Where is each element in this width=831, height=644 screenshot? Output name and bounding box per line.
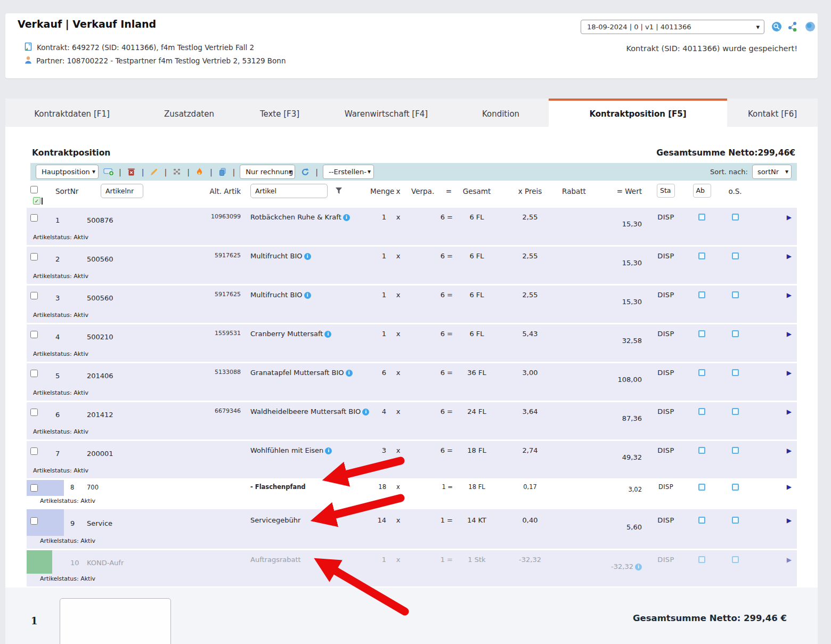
search-icon[interactable]	[771, 21, 782, 32]
artikelnr-filter-input[interactable]	[101, 184, 143, 198]
disposition-checkbox[interactable]	[698, 447, 705, 454]
os-checkbox[interactable]	[732, 291, 739, 298]
tab-kontakt[interactable]: Kontakt [F6]	[727, 99, 818, 127]
tab-kontraktposition[interactable]: Kontraktposition [F5]	[549, 99, 727, 127]
create-select[interactable]: --Erstellen-	[323, 165, 374, 179]
saved-message: Kontrakt (SID: 4011366) wurde gespeicher…	[626, 44, 797, 53]
row-checkbox[interactable]	[30, 370, 38, 377]
row-checkbox[interactable]	[30, 517, 38, 525]
globe-icon[interactable]	[805, 21, 816, 32]
os-checkbox[interactable]	[732, 252, 739, 259]
expand-arrow-icon[interactable]	[787, 483, 792, 491]
row-menge: 18	[370, 483, 386, 496]
chevron-down-icon: ▾	[756, 20, 760, 34]
flame-button[interactable]	[194, 167, 205, 177]
expand-arrow-icon[interactable]	[787, 214, 792, 221]
add-position-button[interactable]	[103, 167, 114, 177]
row-checkbox[interactable]	[30, 409, 38, 416]
disposition-checkbox[interactable]	[698, 291, 705, 298]
info-icon[interactable]	[304, 253, 311, 260]
os-checkbox[interactable]	[732, 369, 739, 376]
expand-arrow-icon[interactable]	[787, 556, 792, 564]
cursor-bar	[42, 198, 43, 205]
row-x: x	[386, 330, 410, 349]
page-number[interactable]: 1	[31, 615, 38, 626]
delete-button[interactable]	[126, 167, 137, 177]
header-sortnr[interactable]: SortNr	[53, 183, 80, 208]
info-icon[interactable]	[346, 370, 353, 377]
disposition-checkbox[interactable]	[698, 484, 705, 491]
table-row: 4 500210 1559531 Cranberry Muttersaft 1 …	[27, 324, 797, 362]
expand-arrow-icon[interactable]	[787, 291, 792, 299]
os-checkbox[interactable]	[732, 447, 739, 454]
version-select[interactable]: 18-09-2024 | 0 | v1 | 4011366 ▾	[581, 20, 764, 34]
share-icon[interactable]	[787, 21, 798, 32]
os-checkbox[interactable]	[732, 214, 739, 221]
os-checkbox[interactable]	[732, 408, 739, 415]
disposition-checkbox[interactable]	[698, 556, 705, 563]
row-verpackung: 6 =	[410, 213, 453, 232]
checked-checkbox-icon[interactable]	[33, 197, 40, 205]
refresh-icon[interactable]	[300, 167, 311, 177]
os-checkbox[interactable]	[732, 556, 739, 563]
row-verpackung: 1 =	[410, 483, 453, 496]
expand-arrow-icon[interactable]	[787, 447, 792, 454]
sort-select[interactable]: sortNr	[752, 165, 792, 179]
table-row: 1 500876 10963099 Rotbäckchen Ruhe & Kra…	[27, 208, 797, 245]
row-preis: 0,17	[501, 483, 559, 496]
status-filter-select[interactable]: Sta	[657, 184, 675, 198]
info-icon[interactable]	[304, 292, 311, 299]
row-checkbox[interactable]	[30, 253, 38, 260]
row-preis: 2,55	[501, 213, 559, 232]
row-disposition-status: DISP	[642, 330, 690, 349]
expand-arrow-icon[interactable]	[787, 408, 792, 415]
row-rabatt	[559, 291, 589, 310]
expand-arrow-icon[interactable]	[787, 369, 792, 377]
notes-box[interactable]	[60, 598, 171, 644]
tab-zusatzdaten[interactable]: Zusatzdaten	[138, 99, 240, 127]
expand-arrow-icon[interactable]	[787, 252, 792, 260]
row-checkbox[interactable]	[30, 292, 38, 299]
finish-flag-button[interactable]	[172, 167, 182, 177]
disposition-checkbox[interactable]	[698, 214, 705, 221]
row-checkbox[interactable]	[30, 214, 38, 222]
tab-kondition[interactable]: Kondition	[453, 99, 549, 127]
disposition-checkbox[interactable]	[698, 517, 705, 524]
artikel-filter-input[interactable]	[250, 184, 328, 198]
tab-warenwirtschaft[interactable]: Warenwirtschaft [F4]	[320, 99, 453, 127]
invoice-filter-select[interactable]: Nur rechnung	[240, 165, 295, 179]
os-checkbox[interactable]	[732, 517, 739, 524]
info-icon[interactable]	[324, 331, 331, 338]
os-checkbox[interactable]	[732, 484, 739, 491]
expand-arrow-icon[interactable]	[787, 517, 792, 524]
select-all-checkbox[interactable]	[30, 186, 38, 193]
row-wert: 15,30	[622, 298, 642, 306]
partner-person-icon	[25, 56, 32, 66]
info-icon[interactable]	[362, 409, 369, 415]
row-checkbox[interactable]	[30, 447, 38, 455]
row-verpackung: 6 =	[410, 330, 453, 349]
expand-arrow-icon[interactable]	[787, 330, 792, 338]
disposition-checkbox[interactable]	[698, 408, 705, 415]
info-icon[interactable]	[635, 564, 642, 570]
disposition-checkbox[interactable]	[698, 252, 705, 259]
row-checkbox[interactable]	[30, 484, 38, 492]
disposition-checkbox[interactable]	[698, 369, 705, 376]
table-row: 2 500560 5917625 Multifrucht BIO 1 x 6 =…	[27, 247, 797, 284]
info-icon[interactable]	[325, 447, 332, 454]
section-heading: Kontraktposition	[32, 148, 110, 158]
os-checkbox[interactable]	[732, 330, 739, 337]
tab-texte[interactable]: Texte [F3]	[240, 99, 320, 127]
kontrakt-panel: Kontraktdaten [F1] Zusatzdaten Texte [F3…	[5, 99, 818, 644]
tab-kontraktdaten[interactable]: Kontraktdaten [F1]	[5, 99, 138, 127]
filter-funnel-icon[interactable]	[335, 187, 343, 196]
header-gesamt: Gesamt	[453, 183, 501, 208]
table-row: 3 500560 5917625 Multifrucht BIO 1 x 6 =…	[27, 286, 797, 323]
position-type-select[interactable]: Hauptposition	[36, 165, 99, 179]
ab-filter-select[interactable]: Ab	[693, 184, 711, 198]
info-icon[interactable]	[343, 214, 350, 221]
edit-pencil-button[interactable]	[149, 167, 159, 177]
disposition-checkbox[interactable]	[698, 330, 705, 337]
row-checkbox[interactable]	[30, 331, 38, 338]
copy-paste-button[interactable]	[217, 167, 228, 177]
